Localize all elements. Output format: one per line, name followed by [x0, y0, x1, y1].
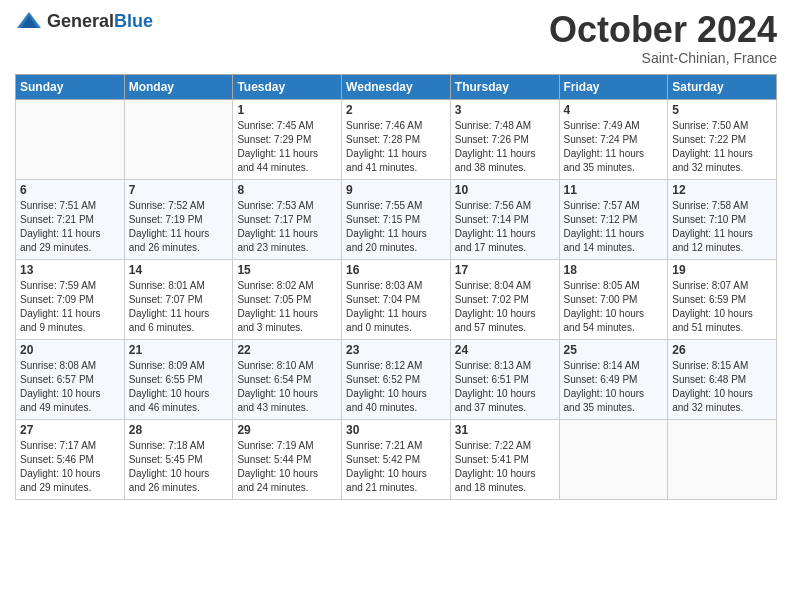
- calendar-cell: 8 Sunrise: 7:53 AM Sunset: 7:17 PM Dayli…: [233, 179, 342, 259]
- calendar-header-row: SundayMondayTuesdayWednesdayThursdayFrid…: [16, 74, 777, 99]
- title-block: October 2024 Saint-Chinian, France: [549, 10, 777, 66]
- calendar-cell: 14 Sunrise: 8:01 AM Sunset: 7:07 PM Dayl…: [124, 259, 233, 339]
- daylight-text: Daylight: 11 hours and 35 minutes.: [564, 148, 645, 173]
- daylight-text: Daylight: 11 hours and 32 minutes.: [672, 148, 753, 173]
- sunset-text: Sunset: 6:54 PM: [237, 374, 311, 385]
- sunset-text: Sunset: 6:55 PM: [129, 374, 203, 385]
- sunrise-text: Sunrise: 8:09 AM: [129, 360, 205, 371]
- sunrise-text: Sunrise: 7:59 AM: [20, 280, 96, 291]
- calendar-cell: 1 Sunrise: 7:45 AM Sunset: 7:29 PM Dayli…: [233, 99, 342, 179]
- sunset-text: Sunset: 7:26 PM: [455, 134, 529, 145]
- day-number: 13: [20, 263, 120, 277]
- calendar-cell: 2 Sunrise: 7:46 AM Sunset: 7:28 PM Dayli…: [342, 99, 451, 179]
- sunset-text: Sunset: 7:09 PM: [20, 294, 94, 305]
- daylight-text: Daylight: 10 hours and 26 minutes.: [129, 468, 210, 493]
- day-number: 6: [20, 183, 120, 197]
- sunrise-text: Sunrise: 7:19 AM: [237, 440, 313, 451]
- day-info: Sunrise: 7:46 AM Sunset: 7:28 PM Dayligh…: [346, 119, 446, 175]
- sunset-text: Sunset: 7:28 PM: [346, 134, 420, 145]
- logo-general: General: [47, 11, 114, 31]
- daylight-text: Daylight: 10 hours and 35 minutes.: [564, 388, 645, 413]
- day-info: Sunrise: 8:14 AM Sunset: 6:49 PM Dayligh…: [564, 359, 664, 415]
- calendar-cell: 26 Sunrise: 8:15 AM Sunset: 6:48 PM Dayl…: [668, 339, 777, 419]
- day-info: Sunrise: 7:58 AM Sunset: 7:10 PM Dayligh…: [672, 199, 772, 255]
- sunset-text: Sunset: 5:41 PM: [455, 454, 529, 465]
- logo-icon: [15, 10, 43, 32]
- calendar-cell: [559, 419, 668, 499]
- daylight-text: Daylight: 11 hours and 44 minutes.: [237, 148, 318, 173]
- daylight-text: Daylight: 11 hours and 12 minutes.: [672, 228, 753, 253]
- daylight-text: Daylight: 10 hours and 43 minutes.: [237, 388, 318, 413]
- calendar-cell: 3 Sunrise: 7:48 AM Sunset: 7:26 PM Dayli…: [450, 99, 559, 179]
- calendar-cell: 16 Sunrise: 8:03 AM Sunset: 7:04 PM Dayl…: [342, 259, 451, 339]
- sunrise-text: Sunrise: 8:15 AM: [672, 360, 748, 371]
- sunset-text: Sunset: 7:17 PM: [237, 214, 311, 225]
- day-number: 3: [455, 103, 555, 117]
- daylight-text: Daylight: 11 hours and 0 minutes.: [346, 308, 427, 333]
- day-header-tuesday: Tuesday: [233, 74, 342, 99]
- calendar-cell: 9 Sunrise: 7:55 AM Sunset: 7:15 PM Dayli…: [342, 179, 451, 259]
- day-number: 24: [455, 343, 555, 357]
- calendar-cell: 19 Sunrise: 8:07 AM Sunset: 6:59 PM Dayl…: [668, 259, 777, 339]
- daylight-text: Daylight: 10 hours and 21 minutes.: [346, 468, 427, 493]
- calendar-cell: 5 Sunrise: 7:50 AM Sunset: 7:22 PM Dayli…: [668, 99, 777, 179]
- sunset-text: Sunset: 5:45 PM: [129, 454, 203, 465]
- day-header-monday: Monday: [124, 74, 233, 99]
- day-number: 5: [672, 103, 772, 117]
- calendar-cell: 21 Sunrise: 8:09 AM Sunset: 6:55 PM Dayl…: [124, 339, 233, 419]
- day-info: Sunrise: 7:51 AM Sunset: 7:21 PM Dayligh…: [20, 199, 120, 255]
- calendar-cell: 18 Sunrise: 8:05 AM Sunset: 7:00 PM Dayl…: [559, 259, 668, 339]
- day-info: Sunrise: 8:05 AM Sunset: 7:00 PM Dayligh…: [564, 279, 664, 335]
- calendar-cell: 17 Sunrise: 8:04 AM Sunset: 7:02 PM Dayl…: [450, 259, 559, 339]
- calendar-cell: 12 Sunrise: 7:58 AM Sunset: 7:10 PM Dayl…: [668, 179, 777, 259]
- calendar-cell: 31 Sunrise: 7:22 AM Sunset: 5:41 PM Dayl…: [450, 419, 559, 499]
- sunrise-text: Sunrise: 8:01 AM: [129, 280, 205, 291]
- day-number: 2: [346, 103, 446, 117]
- day-info: Sunrise: 8:01 AM Sunset: 7:07 PM Dayligh…: [129, 279, 229, 335]
- day-info: Sunrise: 8:08 AM Sunset: 6:57 PM Dayligh…: [20, 359, 120, 415]
- day-number: 23: [346, 343, 446, 357]
- day-number: 21: [129, 343, 229, 357]
- day-info: Sunrise: 8:02 AM Sunset: 7:05 PM Dayligh…: [237, 279, 337, 335]
- sunset-text: Sunset: 7:04 PM: [346, 294, 420, 305]
- day-info: Sunrise: 7:50 AM Sunset: 7:22 PM Dayligh…: [672, 119, 772, 175]
- day-info: Sunrise: 8:13 AM Sunset: 6:51 PM Dayligh…: [455, 359, 555, 415]
- calendar-cell: 11 Sunrise: 7:57 AM Sunset: 7:12 PM Dayl…: [559, 179, 668, 259]
- logo-blue: Blue: [114, 11, 153, 31]
- sunrise-text: Sunrise: 7:45 AM: [237, 120, 313, 131]
- day-info: Sunrise: 8:04 AM Sunset: 7:02 PM Dayligh…: [455, 279, 555, 335]
- sunrise-text: Sunrise: 7:49 AM: [564, 120, 640, 131]
- day-number: 15: [237, 263, 337, 277]
- sunset-text: Sunset: 5:42 PM: [346, 454, 420, 465]
- day-info: Sunrise: 7:59 AM Sunset: 7:09 PM Dayligh…: [20, 279, 120, 335]
- calendar-cell: [668, 419, 777, 499]
- day-info: Sunrise: 8:12 AM Sunset: 6:52 PM Dayligh…: [346, 359, 446, 415]
- sunrise-text: Sunrise: 7:22 AM: [455, 440, 531, 451]
- sunset-text: Sunset: 5:46 PM: [20, 454, 94, 465]
- sunrise-text: Sunrise: 8:03 AM: [346, 280, 422, 291]
- calendar-week-row: 6 Sunrise: 7:51 AM Sunset: 7:21 PM Dayli…: [16, 179, 777, 259]
- daylight-text: Daylight: 11 hours and 9 minutes.: [20, 308, 101, 333]
- daylight-text: Daylight: 11 hours and 38 minutes.: [455, 148, 536, 173]
- sunrise-text: Sunrise: 7:56 AM: [455, 200, 531, 211]
- day-number: 27: [20, 423, 120, 437]
- sunset-text: Sunset: 7:12 PM: [564, 214, 638, 225]
- day-header-sunday: Sunday: [16, 74, 125, 99]
- sunrise-text: Sunrise: 7:51 AM: [20, 200, 96, 211]
- daylight-text: Daylight: 11 hours and 23 minutes.: [237, 228, 318, 253]
- sunset-text: Sunset: 6:59 PM: [672, 294, 746, 305]
- daylight-text: Daylight: 11 hours and 6 minutes.: [129, 308, 210, 333]
- calendar-cell: 20 Sunrise: 8:08 AM Sunset: 6:57 PM Dayl…: [16, 339, 125, 419]
- calendar-cell: 25 Sunrise: 8:14 AM Sunset: 6:49 PM Dayl…: [559, 339, 668, 419]
- daylight-text: Daylight: 10 hours and 32 minutes.: [672, 388, 753, 413]
- location-subtitle: Saint-Chinian, France: [549, 50, 777, 66]
- sunrise-text: Sunrise: 7:58 AM: [672, 200, 748, 211]
- sunset-text: Sunset: 6:57 PM: [20, 374, 94, 385]
- sunrise-text: Sunrise: 8:14 AM: [564, 360, 640, 371]
- day-number: 17: [455, 263, 555, 277]
- day-number: 30: [346, 423, 446, 437]
- calendar-cell: 23 Sunrise: 8:12 AM Sunset: 6:52 PM Dayl…: [342, 339, 451, 419]
- day-header-friday: Friday: [559, 74, 668, 99]
- day-number: 31: [455, 423, 555, 437]
- day-info: Sunrise: 7:45 AM Sunset: 7:29 PM Dayligh…: [237, 119, 337, 175]
